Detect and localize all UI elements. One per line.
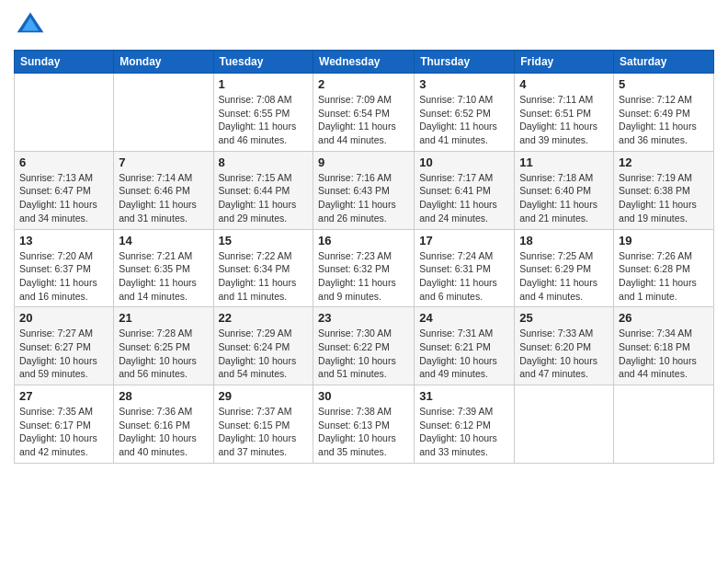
day-info: Sunrise: 7:22 AMSunset: 6:34 PMDaylight:… <box>219 249 309 304</box>
header <box>14 9 714 42</box>
week-row-4: 27Sunrise: 7:35 AMSunset: 6:17 PMDayligh… <box>15 385 714 464</box>
calendar-cell: 16Sunrise: 7:23 AMSunset: 6:32 PMDayligh… <box>313 229 415 307</box>
calendar-cell: 18Sunrise: 7:25 AMSunset: 6:29 PMDayligh… <box>515 229 614 307</box>
calendar-cell: 24Sunrise: 7:31 AMSunset: 6:21 PMDayligh… <box>415 307 515 385</box>
calendar-cell: 26Sunrise: 7:34 AMSunset: 6:18 PMDayligh… <box>614 307 714 385</box>
day-number: 29 <box>219 389 309 403</box>
day-number: 24 <box>419 311 509 325</box>
calendar-cell: 22Sunrise: 7:29 AMSunset: 6:24 PMDayligh… <box>213 307 313 385</box>
col-header-friday: Friday <box>515 51 614 74</box>
calendar-cell: 7Sunrise: 7:14 AMSunset: 6:46 PMDaylight… <box>114 151 213 229</box>
week-row-3: 20Sunrise: 7:27 AMSunset: 6:27 PMDayligh… <box>15 307 714 385</box>
calendar-cell <box>515 385 614 464</box>
calendar-cell: 6Sunrise: 7:13 AMSunset: 6:47 PMDaylight… <box>15 151 114 229</box>
day-info: Sunrise: 7:12 AMSunset: 6:49 PMDaylight:… <box>619 93 709 147</box>
day-number: 3 <box>419 77 509 91</box>
calendar-cell: 14Sunrise: 7:21 AMSunset: 6:35 PMDayligh… <box>114 229 213 307</box>
page: SundayMondayTuesdayWednesdayThursdayFrid… <box>0 0 728 563</box>
calendar-cell: 8Sunrise: 7:15 AMSunset: 6:44 PMDaylight… <box>213 151 313 229</box>
calendar-cell: 2Sunrise: 7:09 AMSunset: 6:54 PMDaylight… <box>313 74 415 152</box>
day-info: Sunrise: 7:27 AMSunset: 6:27 PMDaylight:… <box>19 327 108 381</box>
day-info: Sunrise: 7:19 AMSunset: 6:38 PMDaylight:… <box>619 171 709 225</box>
calendar-cell <box>114 74 213 152</box>
col-header-thursday: Thursday <box>415 51 515 74</box>
day-info: Sunrise: 7:31 AMSunset: 6:21 PMDaylight:… <box>419 327 509 381</box>
day-number: 22 <box>219 311 309 325</box>
day-info: Sunrise: 7:23 AMSunset: 6:32 PMDaylight:… <box>318 249 409 304</box>
week-row-0: 1Sunrise: 7:08 AMSunset: 6:55 PMDaylight… <box>15 74 714 152</box>
day-info: Sunrise: 7:10 AMSunset: 6:52 PMDaylight:… <box>419 93 509 147</box>
calendar-cell: 4Sunrise: 7:11 AMSunset: 6:51 PMDaylight… <box>515 74 614 152</box>
day-number: 15 <box>219 234 309 247</box>
day-number: 25 <box>519 311 609 325</box>
day-number: 12 <box>619 155 709 169</box>
day-number: 16 <box>318 234 409 247</box>
day-info: Sunrise: 7:28 AMSunset: 6:25 PMDaylight:… <box>119 327 208 381</box>
logo <box>14 9 51 42</box>
day-info: Sunrise: 7:09 AMSunset: 6:54 PMDaylight:… <box>318 93 409 147</box>
day-info: Sunrise: 7:15 AMSunset: 6:44 PMDaylight:… <box>219 171 309 225</box>
calendar-cell: 28Sunrise: 7:36 AMSunset: 6:16 PMDayligh… <box>114 385 213 464</box>
day-info: Sunrise: 7:24 AMSunset: 6:31 PMDaylight:… <box>419 249 509 304</box>
day-number: 28 <box>119 389 208 403</box>
day-number: 17 <box>419 234 509 247</box>
calendar-cell: 31Sunrise: 7:39 AMSunset: 6:12 PMDayligh… <box>415 385 515 464</box>
day-number: 18 <box>519 234 609 247</box>
day-number: 14 <box>119 234 208 247</box>
calendar-cell <box>614 385 714 464</box>
day-number: 26 <box>619 311 709 325</box>
day-info: Sunrise: 7:30 AMSunset: 6:22 PMDaylight:… <box>318 327 409 381</box>
day-info: Sunrise: 7:26 AMSunset: 6:28 PMDaylight:… <box>619 249 709 304</box>
day-number: 8 <box>219 155 309 169</box>
calendar-cell: 1Sunrise: 7:08 AMSunset: 6:55 PMDaylight… <box>213 74 313 152</box>
week-row-1: 6Sunrise: 7:13 AMSunset: 6:47 PMDaylight… <box>15 151 714 229</box>
calendar-cell: 23Sunrise: 7:30 AMSunset: 6:22 PMDayligh… <box>313 307 415 385</box>
day-info: Sunrise: 7:36 AMSunset: 6:16 PMDaylight:… <box>119 405 208 459</box>
col-header-sunday: Sunday <box>15 51 114 74</box>
generalblue-logo-icon <box>14 9 47 42</box>
day-info: Sunrise: 7:37 AMSunset: 6:15 PMDaylight:… <box>219 405 309 459</box>
calendar-cell <box>15 74 114 152</box>
day-number: 27 <box>19 389 108 403</box>
day-number: 31 <box>419 389 509 403</box>
day-number: 5 <box>619 77 709 91</box>
day-info: Sunrise: 7:17 AMSunset: 6:41 PMDaylight:… <box>419 171 509 225</box>
calendar-cell: 21Sunrise: 7:28 AMSunset: 6:25 PMDayligh… <box>114 307 213 385</box>
day-info: Sunrise: 7:29 AMSunset: 6:24 PMDaylight:… <box>219 327 309 381</box>
calendar-cell: 5Sunrise: 7:12 AMSunset: 6:49 PMDaylight… <box>614 74 714 152</box>
day-number: 13 <box>19 234 108 247</box>
day-info: Sunrise: 7:38 AMSunset: 6:13 PMDaylight:… <box>318 405 409 459</box>
col-header-wednesday: Wednesday <box>313 51 415 74</box>
day-info: Sunrise: 7:14 AMSunset: 6:46 PMDaylight:… <box>119 171 208 225</box>
day-info: Sunrise: 7:11 AMSunset: 6:51 PMDaylight:… <box>519 93 609 147</box>
day-number: 11 <box>519 155 609 169</box>
calendar-cell: 29Sunrise: 7:37 AMSunset: 6:15 PMDayligh… <box>213 385 313 464</box>
day-number: 19 <box>619 234 709 247</box>
calendar-cell: 27Sunrise: 7:35 AMSunset: 6:17 PMDayligh… <box>15 385 114 464</box>
calendar-cell: 13Sunrise: 7:20 AMSunset: 6:37 PMDayligh… <box>15 229 114 307</box>
day-number: 6 <box>19 155 108 169</box>
day-number: 9 <box>318 155 409 169</box>
day-info: Sunrise: 7:21 AMSunset: 6:35 PMDaylight:… <box>119 249 208 304</box>
day-number: 20 <box>19 311 108 325</box>
day-number: 1 <box>219 77 309 91</box>
calendar-cell: 9Sunrise: 7:16 AMSunset: 6:43 PMDaylight… <box>313 151 415 229</box>
calendar-cell: 20Sunrise: 7:27 AMSunset: 6:27 PMDayligh… <box>15 307 114 385</box>
day-info: Sunrise: 7:35 AMSunset: 6:17 PMDaylight:… <box>19 405 108 459</box>
day-number: 21 <box>119 311 208 325</box>
calendar-table: SundayMondayTuesdayWednesdayThursdayFrid… <box>14 50 714 464</box>
day-number: 2 <box>318 77 409 91</box>
day-info: Sunrise: 7:33 AMSunset: 6:20 PMDaylight:… <box>519 327 609 381</box>
day-number: 10 <box>419 155 509 169</box>
day-info: Sunrise: 7:25 AMSunset: 6:29 PMDaylight:… <box>519 249 609 304</box>
col-header-tuesday: Tuesday <box>213 51 313 74</box>
calendar-cell: 25Sunrise: 7:33 AMSunset: 6:20 PMDayligh… <box>515 307 614 385</box>
calendar-cell: 15Sunrise: 7:22 AMSunset: 6:34 PMDayligh… <box>213 229 313 307</box>
calendar-cell: 12Sunrise: 7:19 AMSunset: 6:38 PMDayligh… <box>614 151 714 229</box>
day-info: Sunrise: 7:39 AMSunset: 6:12 PMDaylight:… <box>419 405 509 459</box>
col-header-saturday: Saturday <box>614 51 714 74</box>
calendar-cell: 11Sunrise: 7:18 AMSunset: 6:40 PMDayligh… <box>515 151 614 229</box>
calendar-cell: 19Sunrise: 7:26 AMSunset: 6:28 PMDayligh… <box>614 229 714 307</box>
day-info: Sunrise: 7:16 AMSunset: 6:43 PMDaylight:… <box>318 171 409 225</box>
calendar-cell: 3Sunrise: 7:10 AMSunset: 6:52 PMDaylight… <box>415 74 515 152</box>
